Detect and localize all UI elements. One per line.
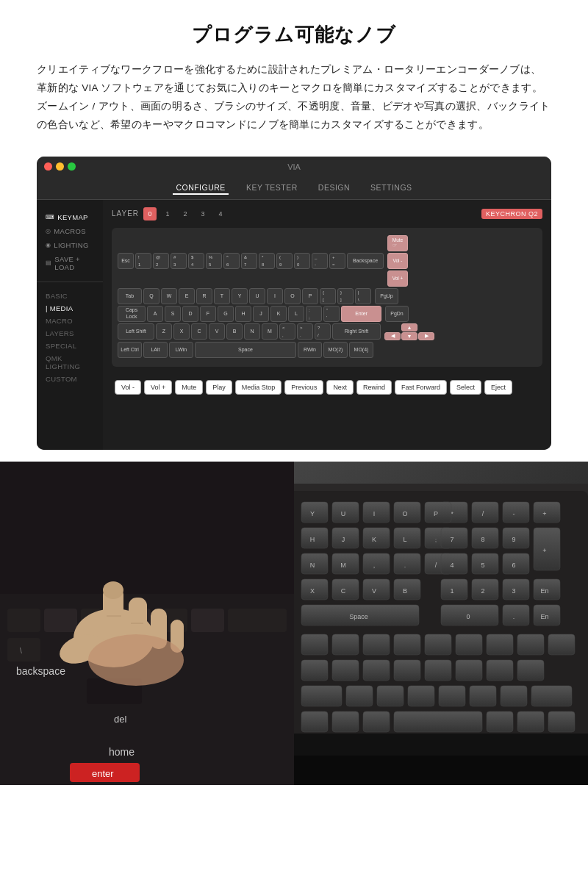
key-1[interactable]: !1 — [135, 253, 151, 269]
key-lwin[interactable]: LWin — [169, 342, 193, 358]
knob-mute[interactable]: Mute☞ — [387, 235, 408, 251]
key-left[interactable]: ◀ — [384, 332, 401, 340]
key-rwin[interactable]: RWin — [298, 342, 322, 358]
key-right[interactable]: ▶ — [418, 332, 434, 340]
key-6[interactable]: ^6 — [223, 253, 240, 269]
nav-key-tester[interactable]: KEY TESTER — [243, 182, 301, 195]
key-lshift[interactable]: Left Shift — [118, 323, 154, 340]
media-vol-down[interactable]: Vol - — [115, 380, 141, 395]
minimize-button[interactable] — [56, 162, 64, 171]
key-enter[interactable]: Enter — [341, 306, 381, 322]
sidebar-basic[interactable]: BASIC — [44, 290, 96, 302]
key-backspace[interactable]: Backspace — [347, 253, 384, 269]
key-0[interactable]: )0 — [294, 253, 310, 269]
key-y[interactable]: Y — [232, 288, 248, 304]
key-lctrl[interactable]: Left Ctrl — [118, 342, 142, 358]
key-4[interactable]: $4 — [188, 253, 204, 269]
media-mute[interactable]: Mute — [175, 380, 203, 395]
key-9[interactable]: (9 — [276, 253, 293, 269]
key-e[interactable]: E — [179, 288, 195, 304]
key-d[interactable]: D — [182, 306, 198, 322]
key-x[interactable]: X — [173, 323, 190, 340]
key-space[interactable]: Space — [195, 342, 296, 358]
layer-btn-0[interactable]: 0 — [143, 207, 157, 220]
key-period[interactable]: >. — [297, 323, 313, 340]
media-previous[interactable]: Previous — [284, 380, 323, 395]
knob-vol-down[interactable]: Vol - — [387, 253, 408, 269]
key-r[interactable]: R — [196, 288, 212, 304]
key-8[interactable]: *8 — [259, 253, 275, 269]
key-2[interactable]: @2 — [153, 253, 169, 269]
key-rbracket[interactable]: }] — [337, 288, 354, 304]
key-p[interactable]: P — [302, 288, 318, 304]
key-3[interactable]: #3 — [171, 253, 187, 269]
sidebar-item-macros[interactable]: ◎ MACROS — [44, 224, 96, 238]
media-play[interactable]: Play — [206, 380, 232, 395]
key-slash[interactable]: ?/ — [315, 323, 331, 340]
media-next[interactable]: Next — [326, 380, 354, 395]
key-a[interactable]: A — [147, 306, 163, 322]
key-7[interactable]: &7 — [241, 253, 257, 269]
key-c[interactable]: C — [191, 323, 207, 340]
sidebar-item-lighting[interactable]: ◉ LIGHTING — [44, 238, 96, 252]
sidebar-custom[interactable]: CUSTOM — [44, 373, 96, 385]
knob-vol-up[interactable]: Vol + — [387, 270, 408, 287]
media-eject[interactable]: Eject — [484, 380, 512, 395]
key-pgup[interactable]: PgUp — [375, 288, 398, 304]
key-b[interactable]: B — [226, 323, 243, 340]
layer-btn-1[interactable]: 1 — [161, 207, 174, 220]
key-o[interactable]: O — [284, 288, 301, 304]
media-stop[interactable]: Media Stop — [235, 380, 282, 395]
key-pgdn[interactable]: PgDn — [385, 306, 409, 322]
key-s[interactable]: S — [165, 306, 181, 322]
key-q[interactable]: Q — [143, 288, 159, 304]
key-semicolon[interactable]: :; — [306, 306, 322, 322]
layer-btn-4[interactable]: 4 — [214, 207, 227, 220]
key-mo2[interactable]: MO(2) — [323, 342, 348, 358]
sidebar-macro[interactable]: MACRO — [44, 315, 96, 327]
media-rewind[interactable]: Rewind — [356, 380, 392, 395]
key-lbracket[interactable]: {[ — [320, 288, 336, 304]
key-u[interactable]: U — [249, 288, 265, 304]
media-vol-up[interactable]: Vol + — [144, 380, 172, 395]
key-k[interactable]: K — [270, 306, 287, 322]
sidebar-media[interactable]: | MEDIA — [44, 302, 96, 315]
key-f[interactable]: F — [200, 306, 216, 322]
media-fast-forward[interactable]: Fast Forward — [395, 380, 447, 395]
key-z[interactable]: Z — [156, 323, 172, 340]
key-n[interactable]: N — [244, 323, 260, 340]
key-v[interactable]: V — [209, 323, 225, 340]
key-mo4[interactable]: MO(4) — [349, 342, 373, 358]
key-up[interactable]: ▲ — [401, 323, 417, 331]
nav-configure[interactable]: CONFIGURE — [173, 182, 229, 195]
maximize-button[interactable] — [68, 162, 76, 171]
key-backslash[interactable]: |\ — [355, 288, 371, 304]
nav-settings[interactable]: SETTINGS — [368, 182, 415, 195]
key-m[interactable]: M — [262, 323, 278, 340]
key-tab[interactable]: Tab — [118, 288, 142, 304]
key-quote[interactable]: "' — [323, 306, 340, 322]
key-comma[interactable]: <, — [279, 323, 295, 340]
media-select[interactable]: Select — [450, 380, 481, 395]
key-g[interactable]: G — [218, 306, 234, 322]
key-lalt[interactable]: LAlt — [143, 342, 168, 358]
sidebar-special[interactable]: SPECIAL — [44, 340, 96, 352]
key-down[interactable]: ▼ — [401, 332, 417, 340]
sidebar-layers[interactable]: LAYERS — [44, 327, 96, 340]
key-rshift[interactable]: Right Shift — [332, 323, 381, 340]
sidebar-item-save[interactable]: ▤ SAVE + LOAD — [44, 252, 96, 274]
close-button[interactable] — [44, 162, 52, 171]
key-l[interactable]: L — [288, 306, 304, 322]
key-t[interactable]: T — [214, 288, 230, 304]
layer-btn-3[interactable]: 3 — [196, 207, 209, 220]
key-equal[interactable]: += — [329, 253, 345, 269]
layer-btn-2[interactable]: 2 — [179, 207, 192, 220]
nav-design[interactable]: DESIGN — [315, 182, 353, 195]
key-minus[interactable]: _- — [312, 253, 328, 269]
key-esc[interactable]: Esc — [118, 253, 134, 269]
key-i[interactable]: I — [267, 288, 283, 304]
key-capslock[interactable]: Caps Lock — [118, 306, 146, 322]
key-j[interactable]: J — [253, 306, 269, 322]
sidebar-item-keymap[interactable]: ⌨ KEYMAP — [44, 210, 96, 224]
sidebar-qmk-lighting[interactable]: QMK LIGHTING — [44, 352, 96, 373]
